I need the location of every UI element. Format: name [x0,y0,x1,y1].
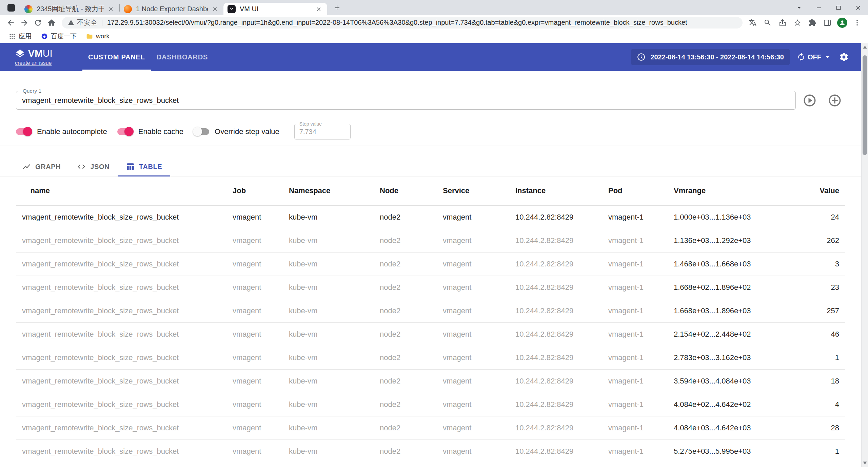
cell-metric-name: vmagent_remotewrite_block_size_rows_buck… [16,416,226,440]
autorefresh-control[interactable]: OFF [797,53,832,61]
cell-pod: vmagent-1 [602,229,668,252]
column-header-name: __name__ [16,176,226,205]
table-row: vmagent_remotewrite_block_size_rows_buck… [16,393,845,416]
browser-tab-1[interactable]: 2345网址导航 - 致力于打造百年 [20,3,119,15]
step-value-label: Step value [298,121,323,127]
cell-metric-name: vmagent_remotewrite_block_size_rows_buck… [16,299,226,322]
cell-pod: vmagent-1 [602,393,668,416]
url-divider [102,20,102,26]
override-step-toggle[interactable] [194,128,209,135]
autorefresh-label: OFF [808,53,821,61]
column-header-node: Node [374,176,437,205]
query-input[interactable]: Query 1 vmagent_remotewrite_block_size_r… [16,91,796,110]
cell-metric-name: vmagent_remotewrite_block_size_rows_buck… [16,369,226,393]
cache-toggle-group: Enable cache [117,127,183,136]
tab-title: 2345网址导航 - 致力于打造百年 [37,4,104,14]
url-bar[interactable]: 不安全 172.29.9.51:30032/select/0/vmui/?g0.… [62,17,743,29]
cell-metric-name: vmagent_remotewrite_block_size_rows_buck… [16,393,226,416]
cell-instance: 10.244.2.82:8429 [509,276,602,299]
home-icon[interactable] [45,16,58,30]
column-header-instance: Instance [509,176,602,205]
forward-icon[interactable] [18,16,31,30]
autocomplete-toggle[interactable] [16,128,32,135]
chart-line-icon [22,162,31,171]
maximize-button[interactable] [829,0,848,15]
cache-label: Enable cache [138,127,183,136]
extensions-icon[interactable] [806,16,819,30]
apps-grid-icon [9,33,16,40]
zoom-icon[interactable] [761,16,774,30]
table-row: vmagent_remotewrite_block_size_rows_buck… [16,322,845,346]
cell-instance: 10.244.2.82:8429 [509,299,602,322]
table-header-row: __name__JobNamespaceNodeServiceInstanceP… [16,176,845,205]
cell-metric-name: vmagent_remotewrite_block_size_rows_buck… [16,276,226,299]
tab-json[interactable]: JSON [69,157,118,176]
bookmarks-bar: 应用 百度一下 work [0,30,868,43]
app-header: VMUI create an issue CUSTOM PANEL DASHBO… [0,43,868,71]
profile-avatar[interactable] [835,16,849,30]
cell-pod: vmagent-1 [602,369,668,393]
step-value-input[interactable]: Step value 7.734 [294,124,351,139]
close-window-button[interactable] [848,0,868,15]
toggle-thumb [193,127,202,136]
tab-dashboards[interactable]: DASHBOARDS [151,43,214,71]
cell-namespace: kube-vm [283,252,374,276]
cell-node: node2 [374,440,437,463]
share-icon[interactable] [776,16,789,30]
folder-icon [86,33,93,40]
scrollbar-thumb[interactable] [863,55,867,155]
side-panel-icon[interactable] [821,16,834,30]
bookmark-work-folder[interactable]: work [83,31,113,41]
page-scrollbar[interactable] [861,43,868,467]
gear-icon[interactable] [839,52,849,62]
cell-service: vmagent [437,252,509,276]
browser-tab-2[interactable]: 1 Node Exporter Dashboard 2 [120,3,223,15]
tab-graph[interactable]: GRAPH [14,157,69,176]
reload-icon[interactable] [31,16,45,30]
tab-custom-panel[interactable]: CUSTOM PANEL [82,43,151,71]
add-query-button[interactable] [828,93,842,108]
cell-job: vmagent [226,393,283,416]
translate-icon[interactable] [746,16,760,30]
time-range-button[interactable]: 2022-08-14 13:56:30 - 2022-08-14 14:56:3… [631,49,790,65]
cell-node: node2 [374,205,437,229]
results-table: __name__JobNamespaceNodeServiceInstanceP… [16,176,845,463]
tab-close-icon[interactable] [106,5,115,14]
tab-close-icon[interactable] [211,5,219,14]
column-header-job: Job [226,176,283,205]
header-nav-tabs: CUSTOM PANEL DASHBOARDS [82,43,214,71]
toggle-thumb [23,127,32,136]
cell-value: 1 [760,440,845,463]
cache-toggle[interactable] [117,128,133,135]
create-issue-link[interactable]: create an issue [15,60,53,66]
scrollbar-up-arrow[interactable] [862,44,868,51]
bookmark-apps[interactable]: 应用 [5,31,35,42]
table-row: vmagent_remotewrite_block_size_rows_buck… [16,229,845,252]
cell-node: node2 [374,299,437,322]
cell-instance: 10.244.2.82:8429 [509,205,602,229]
tab-list-chevron-icon[interactable] [789,0,809,15]
logo-block[interactable]: VMUI create an issue [15,43,53,71]
security-indicator[interactable]: 不安全 [68,18,97,27]
layers-logo-icon [15,49,25,59]
baidu-favicon-icon [41,33,48,40]
bookmark-baidu[interactable]: 百度一下 [38,31,80,42]
cell-instance: 10.244.2.82:8429 [509,393,602,416]
tab-close-icon[interactable] [314,5,323,14]
back-icon[interactable] [4,16,18,30]
cell-job: vmagent [226,299,283,322]
browser-navbar: 不安全 172.29.9.51:30032/select/0/vmui/?g0.… [0,15,868,30]
browser-tab-active[interactable]: VM UI [223,3,327,15]
step-toggle-group: Override step value [194,127,279,136]
refresh-icon [797,53,806,61]
bookmark-star-icon[interactable] [791,16,804,30]
scrollbar-down-arrow[interactable] [862,460,868,466]
execute-query-button[interactable] [803,93,817,108]
toggle-thumb [124,127,134,136]
tab-table[interactable]: TABLE [118,157,170,176]
new-tab-button[interactable] [331,2,343,14]
minimize-button[interactable] [809,0,829,15]
browser-menu-icon[interactable] [850,16,864,30]
cell-node: node2 [374,369,437,393]
chevron-down-icon [823,53,832,61]
